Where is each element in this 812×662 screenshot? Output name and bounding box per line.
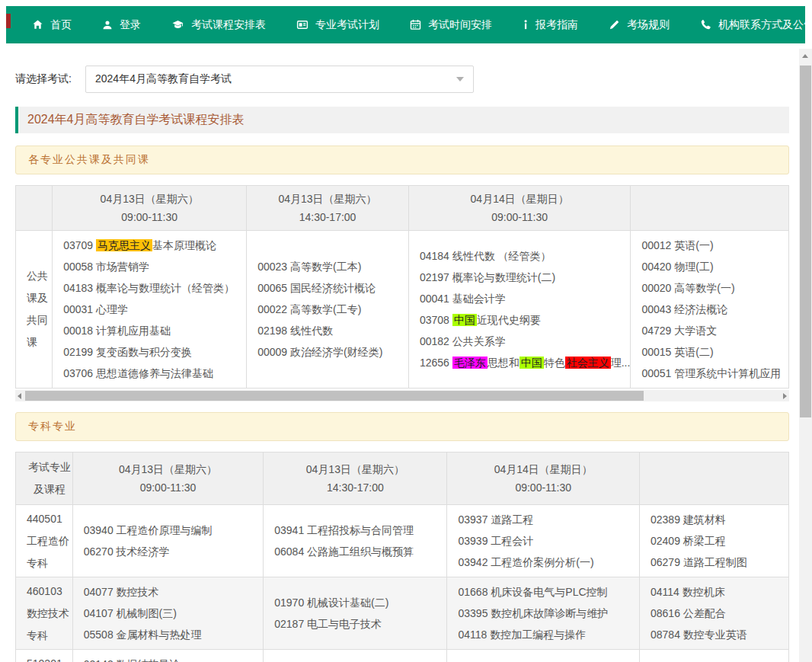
home-icon — [32, 19, 43, 30]
nav-item-label: 专业考试计划 — [315, 18, 379, 32]
nav-item-home[interactable]: 首页 — [17, 6, 87, 43]
highlighted-keyword: 中国 — [452, 314, 477, 326]
nav-item-label: 登录 — [120, 18, 141, 32]
courses-cell: 00012 英语(一)00420 物理(工)00020 高等数学(一)00043… — [631, 231, 789, 389]
course-item: 06279 道路工程制图 — [651, 552, 788, 573]
courses-cell: 03937 道路工程03939 工程会计03942 工程造价案例分析(一) — [447, 505, 640, 577]
column-header-datetime: 04月13日（星期六）09:00-11:30 — [53, 186, 247, 231]
content-panel: 请选择考试: 2024年4月高等教育自学考试 2024年4月高等教育自学考试课程… — [6, 53, 798, 662]
course-item: 03937 道路工程 — [458, 509, 639, 530]
nav-item-label: 首页 — [50, 18, 72, 32]
courses-cell: 02141 计算机网络技术04732 微型计算机及接口技术 — [447, 650, 640, 662]
courses-cell: 04114 数控机床08616 公差配合08784 数控专业英语 — [640, 577, 789, 650]
nav-item-label: 报考指南 — [535, 18, 578, 32]
course-item: 00018 计算机应用基础 — [63, 320, 246, 341]
courses-cell: 02389 建筑材料02409 桥梁工程06279 道路工程制图 — [640, 505, 789, 577]
course-item: 00065 国民经济统计概论 — [257, 277, 408, 299]
courses-cell: 01970 机械设计基础(二)02187 电工与电子技术 — [264, 577, 447, 650]
pencil-icon — [609, 19, 620, 30]
course-item: 04729 大学语文 — [641, 320, 788, 341]
scroll-left-arrow-icon[interactable] — [18, 393, 21, 399]
course-item: 04077 数控技术 — [84, 581, 264, 603]
course-item: 03395 数控机床故障诊断与维护 — [458, 603, 639, 624]
column-header-datetime — [631, 186, 789, 231]
course-item: 06270 技术经济学 — [84, 541, 264, 562]
nav-item-label: 机构联系方式及公告 — [718, 18, 812, 32]
vertical-scrollbar[interactable] — [799, 49, 812, 662]
calendar-icon — [410, 19, 421, 30]
nav-item-application-guide[interactable]: 报考指南 — [507, 6, 593, 43]
courses-cell: 03940 工程造价原理与编制06270 技术经济学 — [72, 505, 264, 577]
nav-item-course-schedule[interactable]: 考试课程安排表 — [156, 6, 281, 43]
highlighted-keyword: 社会主义 — [565, 357, 611, 369]
course-item: 00020 高等数学(一) — [641, 277, 788, 299]
courses-cell: 00023 高等数学(工本)00065 国民经济统计概论00022 高等数学(工… — [247, 231, 409, 389]
course-item: 02142 数据结构导论 — [84, 654, 264, 662]
table-row: 510201计算机...专科02142 数据结构导论02316 计算机应用技术0… — [16, 650, 789, 662]
course-item: 00009 政治经济学(财经类) — [257, 341, 408, 363]
course-item: 12656 毛泽东思想和中国特色社会主义理... — [420, 352, 631, 373]
exam-select-dropdown[interactable]: 2024年4月高等教育自学考试 — [85, 66, 474, 93]
logo-mark — [6, 14, 11, 28]
page-title: 2024年4月高等教育自学考试课程安排表 — [15, 107, 789, 133]
column-header-datetime: 04月13日（星期六）14:30-17:00 — [264, 453, 447, 505]
courses-cell: 04077 数控技术04107 机械制图(三)05508 金属材料与热处理 — [72, 577, 264, 650]
course-item: 03942 工程造价案例分析(一) — [458, 552, 639, 573]
scroll-up-arrow-icon[interactable] — [802, 54, 808, 58]
course-item: 00043 经济法概论 — [641, 299, 788, 320]
course-item: 05508 金属材料与热处理 — [84, 624, 264, 645]
courses-cell: 00342 高级语言程序设计(一)04730 电子技术基础(三) — [264, 650, 447, 662]
course-item: 08784 数控专业英语 — [651, 624, 788, 645]
course-item: 04184 线性代数 （经管类） — [420, 245, 631, 267]
table-row: 460103数控技术专科04077 数控技术04107 机械制图(三)05508… — [16, 577, 789, 650]
courses-cell: 01668 机床设备电气与PLC控制03395 数控机床故障诊断与维护04118… — [447, 577, 640, 650]
nav-item-label: 考试课程安排表 — [191, 18, 266, 32]
common-courses-table: 04月13日（星期六）09:00-11:3004月13日（星期六）14:30-1… — [15, 185, 789, 389]
course-item: 02198 线性代数 — [257, 320, 408, 341]
course-item: 00015 英语(二) — [641, 341, 788, 363]
course-item: 02389 建筑材料 — [651, 509, 788, 530]
course-item: 00182 公共关系学 — [420, 331, 631, 352]
section-heading-common-courses: 各专业公共课及共同课 — [15, 146, 789, 174]
column-header-datetime: 04月14日（星期日）09:00-11:30 — [447, 453, 640, 505]
horizontal-scrollbar-thumb[interactable] — [25, 391, 644, 401]
highlighted-keyword: 中国 — [519, 357, 544, 369]
course-item: 08616 公差配合 — [651, 603, 788, 624]
scroll-right-arrow-icon[interactable] — [783, 393, 787, 399]
course-item: 00420 物理(工) — [641, 256, 788, 277]
course-item: 03939 工程会计 — [458, 530, 639, 552]
nav-item-exam-time[interactable]: 考试时间安排 — [395, 6, 507, 43]
graduation-cap-icon — [171, 19, 184, 30]
top-nav: 首页 登录 考试课程安排表 专业考试计划 考试时间安排 报考指南 — [6, 6, 805, 43]
row-header: 510201计算机...专科 — [16, 650, 73, 662]
nav-item-exam-room-rules[interactable]: 考场规则 — [593, 6, 685, 43]
nav-item-major-exam-plan[interactable]: 专业考试计划 — [281, 6, 395, 43]
course-item: 00023 高等数学(工本) — [257, 256, 408, 277]
courses-cell: 02142 数据结构导论02316 计算机应用技术02318 计算机组成原理 — [72, 650, 264, 662]
nav-item-login[interactable]: 登录 — [87, 6, 156, 43]
highlighted-keyword: 马克思主义 — [96, 239, 152, 251]
phone-icon — [700, 19, 711, 30]
row-header: 440501工程造价专科 — [16, 505, 73, 577]
nav-item-contact-announcements[interactable]: 机构联系方式及公告 — [685, 6, 812, 43]
table-corner-cell — [16, 186, 53, 231]
course-item: 03706 思想道德修养与法律基础 — [63, 363, 246, 384]
course-item: 03709 马克思主义基本原理概论 — [63, 235, 246, 256]
newspaper-icon — [296, 19, 308, 30]
horizontal-scrollbar[interactable] — [15, 390, 789, 401]
course-item: 06084 公路施工组织与概预算 — [274, 541, 446, 562]
row-header: 公共课及共同课 — [16, 231, 53, 389]
exam-select-row: 请选择考试: 2024年4月高等教育自学考试 — [15, 66, 798, 93]
course-item: 00041 基础会计学 — [420, 288, 631, 309]
courses-cell: 03709 马克思主义基本原理概论00058 市场营销学04183 概率论与数理… — [53, 231, 247, 389]
column-header-datetime — [640, 453, 789, 505]
user-icon — [102, 20, 113, 30]
course-item: 04183 概率论与数理统计（经管类） — [63, 277, 246, 299]
column-header-datetime: 04月13日（星期六）14:30-17:00 — [247, 186, 409, 231]
course-item: 04118 数控加工编程与操作 — [458, 624, 639, 645]
course-item: 02187 电工与电子技术 — [274, 613, 446, 635]
schedule-table: 04月13日（星期六）09:00-11:3004月13日（星期六）14:30-1… — [15, 185, 789, 389]
course-item: 00022 高等数学(工专) — [257, 299, 408, 320]
vertical-scrollbar-thumb[interactable] — [800, 66, 811, 417]
course-item: 03940 工程造价原理与编制 — [84, 520, 264, 541]
